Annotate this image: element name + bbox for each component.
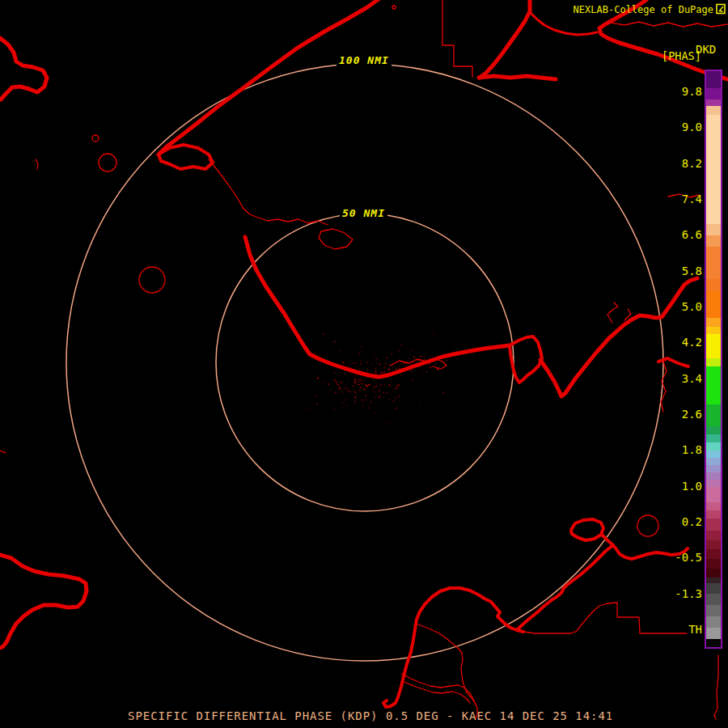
radar-echo-pixel xyxy=(317,378,319,379)
radar-echo-pixel xyxy=(354,382,356,383)
map-boundary-line xyxy=(245,237,510,377)
radar-echo-pixel xyxy=(383,396,383,397)
radar-echo-pixel xyxy=(375,368,376,369)
radar-echo-pixel xyxy=(341,402,342,403)
radar-echo-pixel xyxy=(379,391,379,392)
colorbar-segment xyxy=(706,616,721,628)
radar-echo-pixel xyxy=(341,389,342,390)
brand-text: NEXLAB-College of DuPage xyxy=(574,4,713,15)
radar-echo-pixel xyxy=(434,333,434,334)
map-boundary-line xyxy=(479,76,556,79)
radar-echo-pixel xyxy=(346,405,347,406)
map-boundary-line xyxy=(531,13,597,35)
radar-echo-pixel xyxy=(359,379,361,381)
colorbar-segment xyxy=(706,327,721,334)
radar-echo-pixel xyxy=(373,380,374,381)
radar-echo-pixel xyxy=(379,396,380,398)
radar-echo-pixel xyxy=(360,387,362,388)
colorbar-segment xyxy=(706,434,721,442)
colorbar-segment xyxy=(706,472,721,480)
radar-echo-pixel xyxy=(362,383,362,384)
range-ring-100nmi xyxy=(66,64,663,661)
radar-echo-pixel xyxy=(411,371,412,372)
radar-echo-pixel xyxy=(349,391,349,392)
map-boundary-line xyxy=(607,303,618,323)
radar-echo-pixel xyxy=(379,389,380,390)
colorbar-segment xyxy=(706,531,721,540)
radar-echo-pixel xyxy=(383,384,384,385)
radar-echo-pixel xyxy=(356,362,357,363)
radar-echo-pixel xyxy=(375,370,376,370)
radar-echo-pixel xyxy=(424,358,425,360)
colorbar-segment xyxy=(706,487,721,502)
radar-echo-pixel xyxy=(421,356,421,357)
radar-echo-pixel xyxy=(430,357,431,358)
radar-echo-pixel xyxy=(386,357,387,358)
radar-echo-pixel xyxy=(354,396,355,397)
radar-echo-pixel xyxy=(360,360,361,361)
map-boundary-line xyxy=(540,278,697,396)
radar-echo-pixel xyxy=(339,387,341,388)
radar-echo-pixel xyxy=(315,396,315,396)
colorbar-segment xyxy=(706,279,721,291)
radar-echo-pixel xyxy=(343,392,344,392)
radar-echo-pixel xyxy=(399,396,400,397)
radar-echo-pixel xyxy=(379,363,381,365)
radar-echo-pixel xyxy=(353,362,353,363)
radar-echo-pixel xyxy=(391,394,392,395)
radar-echo-pixel xyxy=(365,395,366,396)
radar-echo-pixel xyxy=(411,363,412,364)
colorbar-segment xyxy=(706,404,721,426)
radar-echo-pixel xyxy=(358,383,360,385)
colorbar-segment xyxy=(706,480,721,487)
radar-echo-pixel xyxy=(366,362,367,363)
radar-echo-pixel xyxy=(420,402,421,403)
radar-echo-pixel xyxy=(375,413,375,413)
colorbar-segment xyxy=(706,334,721,358)
product-unit-label: [PHAS] xyxy=(662,49,701,62)
radar-echo-pixel xyxy=(396,368,397,370)
radar-echo-pixel xyxy=(323,381,324,382)
colorbar-segment xyxy=(706,540,721,549)
radar-echo-pixel xyxy=(375,397,376,398)
colorbar-segment xyxy=(706,88,721,99)
radar-echo-pixel xyxy=(399,384,400,385)
colorbar-segment xyxy=(706,366,721,404)
colorbar-segment xyxy=(706,518,721,531)
radar-echo-pixel xyxy=(362,346,362,347)
radar-echo-pixel xyxy=(349,365,349,366)
radar-echo-pixel xyxy=(335,392,336,393)
map-boundary-line xyxy=(714,655,718,719)
radar-echo-pixel xyxy=(397,385,399,387)
radar-echo-pixel xyxy=(333,341,335,342)
radar-echo-pixel xyxy=(328,383,329,385)
radar-echo-pixel xyxy=(383,392,384,393)
map-boundary-line xyxy=(518,545,613,629)
radar-echo-pixel xyxy=(341,382,342,383)
radar-echo-pixel xyxy=(345,386,346,387)
radar-echo-pixel xyxy=(330,389,331,390)
colorbar-segment xyxy=(706,578,721,583)
radar-echo-pixel xyxy=(399,350,400,351)
colorbar-segment xyxy=(706,502,721,510)
radar-echo-pixel xyxy=(337,384,339,386)
map-boundary-line xyxy=(0,38,47,99)
radar-echo-pixel xyxy=(355,399,356,400)
colorbar-segment xyxy=(706,318,721,327)
map-boundary-line xyxy=(402,674,476,705)
map-boundary-line xyxy=(319,229,353,249)
radar-echo-pixel xyxy=(426,371,427,372)
map-boundary-line xyxy=(209,159,328,225)
radar-echo-pixel xyxy=(354,392,356,393)
map-boundary-line xyxy=(523,603,687,633)
radar-echo-pixel xyxy=(376,362,377,363)
colorbar-segment xyxy=(706,510,721,518)
colorbar-segment xyxy=(706,71,721,88)
map-boundary-line xyxy=(668,194,699,197)
radar-echo-pixel xyxy=(338,393,339,394)
map-boundary-circle xyxy=(637,515,658,536)
radar-echo-pixel xyxy=(380,384,381,385)
radar-echo-pixel xyxy=(393,400,394,401)
radar-echo-pixel xyxy=(359,353,360,354)
map-boundary-line xyxy=(599,22,727,27)
